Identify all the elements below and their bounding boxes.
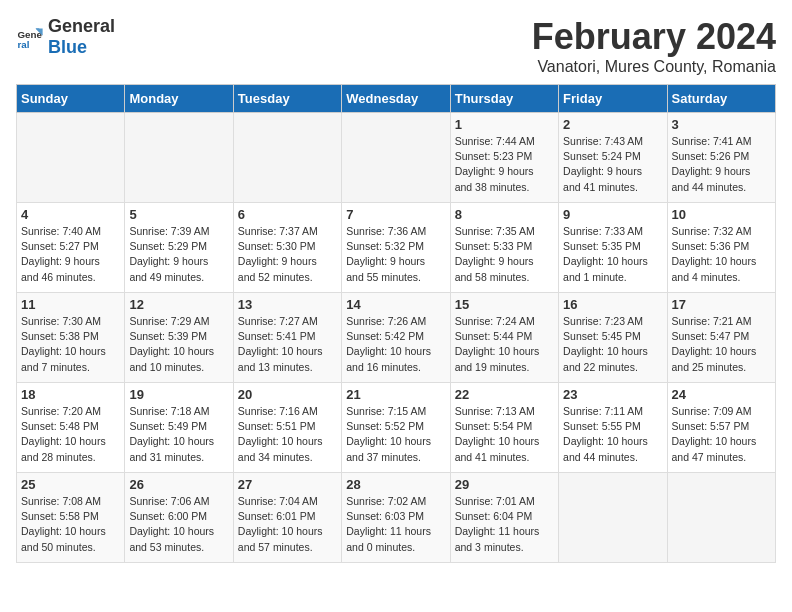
day-number: 13: [238, 297, 337, 312]
day-info: Sunrise: 7:20 AMSunset: 5:48 PMDaylight:…: [21, 404, 120, 465]
calendar-week-row: 11Sunrise: 7:30 AMSunset: 5:38 PMDayligh…: [17, 293, 776, 383]
day-number: 25: [21, 477, 120, 492]
day-number: 1: [455, 117, 554, 132]
day-info: Sunrise: 7:43 AMSunset: 5:24 PMDaylight:…: [563, 134, 662, 195]
calendar-cell: 17Sunrise: 7:21 AMSunset: 5:47 PMDayligh…: [667, 293, 775, 383]
day-info: Sunrise: 7:44 AMSunset: 5:23 PMDaylight:…: [455, 134, 554, 195]
day-number: 2: [563, 117, 662, 132]
day-info: Sunrise: 7:29 AMSunset: 5:39 PMDaylight:…: [129, 314, 228, 375]
day-number: 27: [238, 477, 337, 492]
day-info: Sunrise: 7:39 AMSunset: 5:29 PMDaylight:…: [129, 224, 228, 285]
day-header-tuesday: Tuesday: [233, 85, 341, 113]
logo: Gene ral General Blue: [16, 16, 115, 58]
calendar-cell: 23Sunrise: 7:11 AMSunset: 5:55 PMDayligh…: [559, 383, 667, 473]
day-info: Sunrise: 7:13 AMSunset: 5:54 PMDaylight:…: [455, 404, 554, 465]
calendar-week-row: 4Sunrise: 7:40 AMSunset: 5:27 PMDaylight…: [17, 203, 776, 293]
day-info: Sunrise: 7:23 AMSunset: 5:45 PMDaylight:…: [563, 314, 662, 375]
day-info: Sunrise: 7:37 AMSunset: 5:30 PMDaylight:…: [238, 224, 337, 285]
header: Gene ral General Blue February 2024 Vana…: [16, 16, 776, 76]
day-header-thursday: Thursday: [450, 85, 558, 113]
day-info: Sunrise: 7:36 AMSunset: 5:32 PMDaylight:…: [346, 224, 445, 285]
calendar-cell: 24Sunrise: 7:09 AMSunset: 5:57 PMDayligh…: [667, 383, 775, 473]
calendar-cell: 7Sunrise: 7:36 AMSunset: 5:32 PMDaylight…: [342, 203, 450, 293]
day-number: 20: [238, 387, 337, 402]
calendar-cell: 12Sunrise: 7:29 AMSunset: 5:39 PMDayligh…: [125, 293, 233, 383]
day-info: Sunrise: 7:24 AMSunset: 5:44 PMDaylight:…: [455, 314, 554, 375]
day-info: Sunrise: 7:30 AMSunset: 5:38 PMDaylight:…: [21, 314, 120, 375]
day-number: 3: [672, 117, 771, 132]
calendar-cell: [342, 113, 450, 203]
day-number: 12: [129, 297, 228, 312]
day-number: 19: [129, 387, 228, 402]
calendar-cell: 8Sunrise: 7:35 AMSunset: 5:33 PMDaylight…: [450, 203, 558, 293]
day-info: Sunrise: 7:21 AMSunset: 5:47 PMDaylight:…: [672, 314, 771, 375]
calendar-cell: 20Sunrise: 7:16 AMSunset: 5:51 PMDayligh…: [233, 383, 341, 473]
day-number: 7: [346, 207, 445, 222]
calendar-header-row: SundayMondayTuesdayWednesdayThursdayFrid…: [17, 85, 776, 113]
day-info: Sunrise: 7:32 AMSunset: 5:36 PMDaylight:…: [672, 224, 771, 285]
day-info: Sunrise: 7:08 AMSunset: 5:58 PMDaylight:…: [21, 494, 120, 555]
day-info: Sunrise: 7:41 AMSunset: 5:26 PMDaylight:…: [672, 134, 771, 195]
day-info: Sunrise: 7:40 AMSunset: 5:27 PMDaylight:…: [21, 224, 120, 285]
calendar-cell: 2Sunrise: 7:43 AMSunset: 5:24 PMDaylight…: [559, 113, 667, 203]
day-number: 6: [238, 207, 337, 222]
day-info: Sunrise: 7:04 AMSunset: 6:01 PMDaylight:…: [238, 494, 337, 555]
day-info: Sunrise: 7:02 AMSunset: 6:03 PMDaylight:…: [346, 494, 445, 555]
day-header-sunday: Sunday: [17, 85, 125, 113]
day-info: Sunrise: 7:27 AMSunset: 5:41 PMDaylight:…: [238, 314, 337, 375]
calendar-cell: 26Sunrise: 7:06 AMSunset: 6:00 PMDayligh…: [125, 473, 233, 563]
day-number: 8: [455, 207, 554, 222]
day-number: 28: [346, 477, 445, 492]
day-info: Sunrise: 7:01 AMSunset: 6:04 PMDaylight:…: [455, 494, 554, 555]
day-info: Sunrise: 7:16 AMSunset: 5:51 PMDaylight:…: [238, 404, 337, 465]
logo-wordmark: General Blue: [48, 16, 115, 58]
day-number: 9: [563, 207, 662, 222]
calendar-cell: 18Sunrise: 7:20 AMSunset: 5:48 PMDayligh…: [17, 383, 125, 473]
day-info: Sunrise: 7:09 AMSunset: 5:57 PMDaylight:…: [672, 404, 771, 465]
calendar-cell: 27Sunrise: 7:04 AMSunset: 6:01 PMDayligh…: [233, 473, 341, 563]
day-number: 18: [21, 387, 120, 402]
day-info: Sunrise: 7:35 AMSunset: 5:33 PMDaylight:…: [455, 224, 554, 285]
day-number: 17: [672, 297, 771, 312]
calendar-cell: 1Sunrise: 7:44 AMSunset: 5:23 PMDaylight…: [450, 113, 558, 203]
calendar-cell: [233, 113, 341, 203]
day-header-saturday: Saturday: [667, 85, 775, 113]
day-number: 14: [346, 297, 445, 312]
calendar-cell: 6Sunrise: 7:37 AMSunset: 5:30 PMDaylight…: [233, 203, 341, 293]
day-number: 29: [455, 477, 554, 492]
calendar-week-row: 18Sunrise: 7:20 AMSunset: 5:48 PMDayligh…: [17, 383, 776, 473]
calendar-cell: 16Sunrise: 7:23 AMSunset: 5:45 PMDayligh…: [559, 293, 667, 383]
day-number: 5: [129, 207, 228, 222]
calendar-cell: 4Sunrise: 7:40 AMSunset: 5:27 PMDaylight…: [17, 203, 125, 293]
day-number: 4: [21, 207, 120, 222]
day-number: 16: [563, 297, 662, 312]
day-info: Sunrise: 7:06 AMSunset: 6:00 PMDaylight:…: [129, 494, 228, 555]
day-header-monday: Monday: [125, 85, 233, 113]
calendar-cell: 11Sunrise: 7:30 AMSunset: 5:38 PMDayligh…: [17, 293, 125, 383]
day-number: 24: [672, 387, 771, 402]
calendar-cell: 25Sunrise: 7:08 AMSunset: 5:58 PMDayligh…: [17, 473, 125, 563]
day-info: Sunrise: 7:18 AMSunset: 5:49 PMDaylight:…: [129, 404, 228, 465]
main-title: February 2024: [532, 16, 776, 58]
logo-icon: Gene ral: [16, 23, 44, 51]
day-info: Sunrise: 7:15 AMSunset: 5:52 PMDaylight:…: [346, 404, 445, 465]
logo-blue: Blue: [48, 37, 87, 57]
calendar-table: SundayMondayTuesdayWednesdayThursdayFrid…: [16, 84, 776, 563]
calendar-cell: 3Sunrise: 7:41 AMSunset: 5:26 PMDaylight…: [667, 113, 775, 203]
calendar-cell: 14Sunrise: 7:26 AMSunset: 5:42 PMDayligh…: [342, 293, 450, 383]
day-number: 21: [346, 387, 445, 402]
calendar-cell: 9Sunrise: 7:33 AMSunset: 5:35 PMDaylight…: [559, 203, 667, 293]
calendar-cell: [559, 473, 667, 563]
calendar-cell: 13Sunrise: 7:27 AMSunset: 5:41 PMDayligh…: [233, 293, 341, 383]
calendar-cell: 21Sunrise: 7:15 AMSunset: 5:52 PMDayligh…: [342, 383, 450, 473]
logo-general: General: [48, 16, 115, 36]
subtitle: Vanatori, Mures County, Romania: [532, 58, 776, 76]
title-block: February 2024 Vanatori, Mures County, Ro…: [532, 16, 776, 76]
calendar-week-row: 1Sunrise: 7:44 AMSunset: 5:23 PMDaylight…: [17, 113, 776, 203]
day-number: 26: [129, 477, 228, 492]
calendar-cell: 10Sunrise: 7:32 AMSunset: 5:36 PMDayligh…: [667, 203, 775, 293]
calendar-cell: 19Sunrise: 7:18 AMSunset: 5:49 PMDayligh…: [125, 383, 233, 473]
day-number: 11: [21, 297, 120, 312]
day-number: 22: [455, 387, 554, 402]
calendar-cell: [17, 113, 125, 203]
